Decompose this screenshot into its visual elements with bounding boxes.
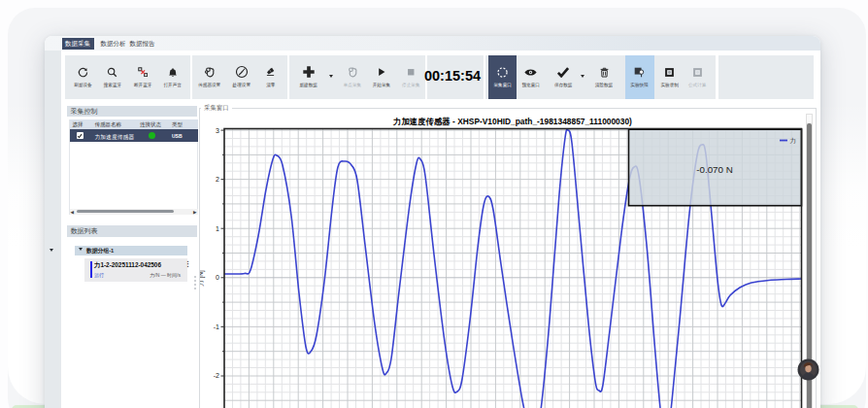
svg-text:3: 3 <box>216 127 219 134</box>
svg-text:1: 1 <box>216 225 219 232</box>
svg-text:力: 力 <box>790 137 797 144</box>
svg-text:力加速度传感器 - XHSP-V10HID_path_-19: 力加速度传感器 - XHSP-V10HID_path_-1981348857_1… <box>392 117 632 126</box>
svg-text:-2: -2 <box>214 372 219 379</box>
svg-text:0: 0 <box>216 274 219 281</box>
svg-text:-1: -1 <box>214 323 219 330</box>
svg-text:力 [N]: 力 [N] <box>200 270 205 287</box>
svg-text:2: 2 <box>216 176 219 183</box>
svg-text:-0.070 N: -0.070 N <box>696 164 733 175</box>
